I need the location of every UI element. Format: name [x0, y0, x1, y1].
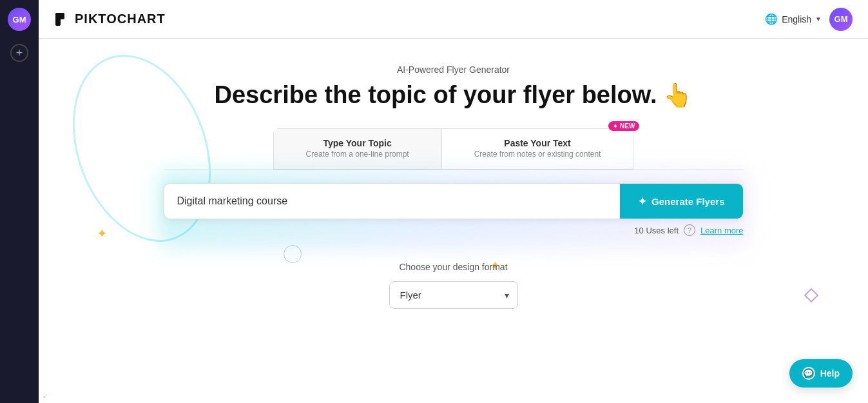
chevron-down-icon: ▼ [815, 15, 822, 23]
sparkle-icon-left: ✦ [97, 226, 108, 241]
title-text: Describe the topic of your flyer below. [215, 81, 657, 109]
topic-input[interactable] [164, 184, 621, 219]
tab-paste-text[interactable]: ✦ NEW Paste Your Text Create from notes … [442, 129, 633, 169]
tab-type-topic[interactable]: Type Your Topic Create from a one-line p… [274, 129, 442, 169]
navbar-right: 🌐 English ▼ GM [765, 8, 853, 31]
globe-icon: 🌐 [765, 13, 778, 25]
format-select[interactable]: Flyer Poster Infographic Presentation Re… [389, 281, 518, 309]
input-row: ✦ Generate Flyers [164, 183, 744, 219]
format-section: Choose your design format Flyer Poster I… [389, 262, 518, 309]
learn-more-link[interactable]: Learn more [700, 226, 743, 235]
sparkles-icon: ✦ [638, 195, 646, 208]
page-content: ✦ ✦ AI-Powered Flyer Generator Describe … [39, 39, 868, 403]
new-badge-star-icon: ✦ [613, 123, 618, 130]
main-title: Describe the topic of your flyer below. … [215, 81, 693, 109]
tab-type-topic-desc: Create from a one-line prompt [306, 150, 409, 159]
heading-section: AI-Powered Flyer Generator Describe the … [215, 64, 693, 109]
hand-emoji: 👆 [663, 82, 692, 109]
generate-button-label: Generate Flyers [651, 196, 724, 207]
logo: PIKTOCHART [54, 12, 166, 27]
format-select-wrapper: Flyer Poster Infographic Presentation Re… [389, 281, 518, 309]
format-label: Choose your design format [399, 262, 507, 272]
sidebar-avatar[interactable]: GM [8, 8, 31, 31]
uses-text: 10 Uses left [634, 226, 679, 235]
help-circle-icon[interactable]: ? [684, 224, 695, 236]
tab-type-topic-label: Type Your Topic [306, 138, 409, 148]
input-area: ✦ Generate Flyers 10 Uses left ? Learn m… [164, 183, 744, 236]
logo-text: PIKTOCHART [75, 12, 166, 26]
resize-handle: ↙ [43, 392, 48, 399]
tab-paste-text-label: Paste Your Text [474, 138, 601, 148]
sidebar-add-button[interactable]: + [10, 44, 28, 62]
new-badge-text: NEW [620, 123, 635, 130]
language-selector[interactable]: 🌐 English ▼ [765, 13, 822, 25]
sidebar: GM + [0, 0, 39, 403]
generate-button[interactable]: ✦ Generate Flyers [620, 184, 742, 219]
logo-icon [54, 12, 70, 27]
main-area: PIKTOCHART 🌐 English ▼ GM ✦ ✦ AI-Powered… [39, 0, 868, 403]
language-label: English [782, 14, 811, 25]
help-button-icon: 💬 [802, 367, 815, 380]
help-button[interactable]: 💬 Help [789, 359, 853, 388]
subtitle: AI-Powered Flyer Generator [215, 64, 693, 75]
svg-rect-2 [61, 13, 64, 18]
uses-row: 10 Uses left ? Learn more [164, 224, 744, 236]
navbar-avatar[interactable]: GM [829, 8, 853, 31]
tab-paste-text-desc: Create from notes or existing content [474, 150, 601, 159]
navbar: PIKTOCHART 🌐 English ▼ GM [39, 0, 868, 39]
help-button-label: Help [820, 368, 840, 378]
tabs-container: Type Your Topic Create from a one-line p… [273, 128, 634, 170]
new-badge: ✦ NEW [608, 121, 639, 131]
diamond-shape [804, 288, 819, 303]
